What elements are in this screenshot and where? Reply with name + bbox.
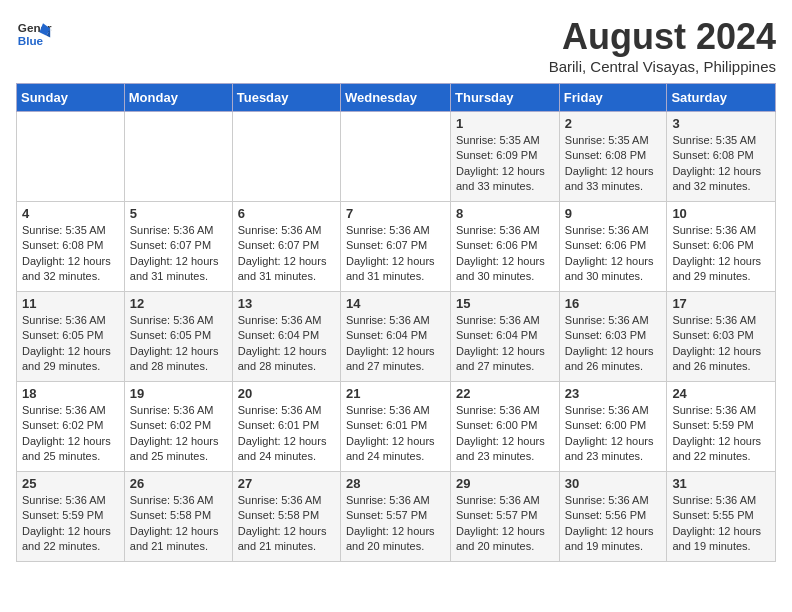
day-number: 20 bbox=[238, 386, 335, 401]
cell-data: Sunrise: 5:36 AM Sunset: 5:58 PM Dayligh… bbox=[130, 493, 227, 555]
week-row-1: 1Sunrise: 5:35 AM Sunset: 6:09 PM Daylig… bbox=[17, 112, 776, 202]
calendar-cell: 5Sunrise: 5:36 AM Sunset: 6:07 PM Daylig… bbox=[124, 202, 232, 292]
cell-data: Sunrise: 5:36 AM Sunset: 5:59 PM Dayligh… bbox=[22, 493, 119, 555]
day-number: 23 bbox=[565, 386, 662, 401]
cell-data: Sunrise: 5:36 AM Sunset: 6:05 PM Dayligh… bbox=[22, 313, 119, 375]
day-number: 5 bbox=[130, 206, 227, 221]
day-number: 2 bbox=[565, 116, 662, 131]
calendar-cell: 7Sunrise: 5:36 AM Sunset: 6:07 PM Daylig… bbox=[340, 202, 450, 292]
calendar-cell: 26Sunrise: 5:36 AM Sunset: 5:58 PM Dayli… bbox=[124, 472, 232, 562]
calendar-cell bbox=[340, 112, 450, 202]
cell-data: Sunrise: 5:36 AM Sunset: 6:03 PM Dayligh… bbox=[672, 313, 770, 375]
day-number: 3 bbox=[672, 116, 770, 131]
day-number: 10 bbox=[672, 206, 770, 221]
calendar-cell: 24Sunrise: 5:36 AM Sunset: 5:59 PM Dayli… bbox=[667, 382, 776, 472]
calendar-cell: 20Sunrise: 5:36 AM Sunset: 6:01 PM Dayli… bbox=[232, 382, 340, 472]
cell-data: Sunrise: 5:36 AM Sunset: 6:02 PM Dayligh… bbox=[130, 403, 227, 465]
calendar-cell bbox=[17, 112, 125, 202]
day-number: 25 bbox=[22, 476, 119, 491]
calendar-cell: 23Sunrise: 5:36 AM Sunset: 6:00 PM Dayli… bbox=[559, 382, 667, 472]
cell-data: Sunrise: 5:36 AM Sunset: 6:00 PM Dayligh… bbox=[456, 403, 554, 465]
calendar-cell: 13Sunrise: 5:36 AM Sunset: 6:04 PM Dayli… bbox=[232, 292, 340, 382]
cell-data: Sunrise: 5:36 AM Sunset: 5:56 PM Dayligh… bbox=[565, 493, 662, 555]
cell-data: Sunrise: 5:36 AM Sunset: 6:04 PM Dayligh… bbox=[238, 313, 335, 375]
calendar-cell: 29Sunrise: 5:36 AM Sunset: 5:57 PM Dayli… bbox=[451, 472, 560, 562]
day-number: 26 bbox=[130, 476, 227, 491]
week-row-2: 4Sunrise: 5:35 AM Sunset: 6:08 PM Daylig… bbox=[17, 202, 776, 292]
calendar-cell: 18Sunrise: 5:36 AM Sunset: 6:02 PM Dayli… bbox=[17, 382, 125, 472]
day-number: 12 bbox=[130, 296, 227, 311]
day-number: 21 bbox=[346, 386, 445, 401]
title-area: August 2024 Barili, Central Visayas, Phi… bbox=[549, 16, 776, 75]
calendar-cell: 2Sunrise: 5:35 AM Sunset: 6:08 PM Daylig… bbox=[559, 112, 667, 202]
cell-data: Sunrise: 5:36 AM Sunset: 6:07 PM Dayligh… bbox=[238, 223, 335, 285]
day-header-friday: Friday bbox=[559, 84, 667, 112]
logo: General Blue bbox=[16, 16, 52, 52]
day-number: 13 bbox=[238, 296, 335, 311]
svg-text:Blue: Blue bbox=[18, 34, 44, 47]
cell-data: Sunrise: 5:36 AM Sunset: 5:59 PM Dayligh… bbox=[672, 403, 770, 465]
calendar-cell: 27Sunrise: 5:36 AM Sunset: 5:58 PM Dayli… bbox=[232, 472, 340, 562]
day-number: 1 bbox=[456, 116, 554, 131]
calendar-cell: 16Sunrise: 5:36 AM Sunset: 6:03 PM Dayli… bbox=[559, 292, 667, 382]
cell-data: Sunrise: 5:36 AM Sunset: 5:57 PM Dayligh… bbox=[346, 493, 445, 555]
day-number: 16 bbox=[565, 296, 662, 311]
cell-data: Sunrise: 5:36 AM Sunset: 6:00 PM Dayligh… bbox=[565, 403, 662, 465]
header-row: SundayMondayTuesdayWednesdayThursdayFrid… bbox=[17, 84, 776, 112]
calendar-cell: 12Sunrise: 5:36 AM Sunset: 6:05 PM Dayli… bbox=[124, 292, 232, 382]
day-number: 17 bbox=[672, 296, 770, 311]
calendar-cell: 4Sunrise: 5:35 AM Sunset: 6:08 PM Daylig… bbox=[17, 202, 125, 292]
cell-data: Sunrise: 5:36 AM Sunset: 6:05 PM Dayligh… bbox=[130, 313, 227, 375]
calendar-cell: 17Sunrise: 5:36 AM Sunset: 6:03 PM Dayli… bbox=[667, 292, 776, 382]
day-number: 11 bbox=[22, 296, 119, 311]
calendar-cell: 6Sunrise: 5:36 AM Sunset: 6:07 PM Daylig… bbox=[232, 202, 340, 292]
calendar-cell: 21Sunrise: 5:36 AM Sunset: 6:01 PM Dayli… bbox=[340, 382, 450, 472]
day-header-wednesday: Wednesday bbox=[340, 84, 450, 112]
calendar-cell: 9Sunrise: 5:36 AM Sunset: 6:06 PM Daylig… bbox=[559, 202, 667, 292]
day-number: 19 bbox=[130, 386, 227, 401]
calendar-cell bbox=[232, 112, 340, 202]
day-number: 7 bbox=[346, 206, 445, 221]
day-number: 6 bbox=[238, 206, 335, 221]
day-number: 9 bbox=[565, 206, 662, 221]
main-title: August 2024 bbox=[549, 16, 776, 58]
day-number: 14 bbox=[346, 296, 445, 311]
cell-data: Sunrise: 5:36 AM Sunset: 5:55 PM Dayligh… bbox=[672, 493, 770, 555]
calendar-cell bbox=[124, 112, 232, 202]
cell-data: Sunrise: 5:36 AM Sunset: 5:57 PM Dayligh… bbox=[456, 493, 554, 555]
cell-data: Sunrise: 5:36 AM Sunset: 6:06 PM Dayligh… bbox=[565, 223, 662, 285]
cell-data: Sunrise: 5:36 AM Sunset: 5:58 PM Dayligh… bbox=[238, 493, 335, 555]
calendar-table: SundayMondayTuesdayWednesdayThursdayFrid… bbox=[16, 83, 776, 562]
day-header-thursday: Thursday bbox=[451, 84, 560, 112]
day-number: 22 bbox=[456, 386, 554, 401]
cell-data: Sunrise: 5:36 AM Sunset: 6:01 PM Dayligh… bbox=[238, 403, 335, 465]
subtitle: Barili, Central Visayas, Philippines bbox=[549, 58, 776, 75]
day-number: 31 bbox=[672, 476, 770, 491]
day-header-saturday: Saturday bbox=[667, 84, 776, 112]
calendar-cell: 10Sunrise: 5:36 AM Sunset: 6:06 PM Dayli… bbox=[667, 202, 776, 292]
cell-data: Sunrise: 5:36 AM Sunset: 6:07 PM Dayligh… bbox=[346, 223, 445, 285]
logo-icon: General Blue bbox=[16, 16, 52, 52]
cell-data: Sunrise: 5:36 AM Sunset: 6:04 PM Dayligh… bbox=[456, 313, 554, 375]
calendar-cell: 30Sunrise: 5:36 AM Sunset: 5:56 PM Dayli… bbox=[559, 472, 667, 562]
day-number: 8 bbox=[456, 206, 554, 221]
calendar-cell: 1Sunrise: 5:35 AM Sunset: 6:09 PM Daylig… bbox=[451, 112, 560, 202]
day-number: 28 bbox=[346, 476, 445, 491]
day-number: 15 bbox=[456, 296, 554, 311]
day-header-sunday: Sunday bbox=[17, 84, 125, 112]
day-number: 29 bbox=[456, 476, 554, 491]
day-header-monday: Monday bbox=[124, 84, 232, 112]
cell-data: Sunrise: 5:36 AM Sunset: 6:03 PM Dayligh… bbox=[565, 313, 662, 375]
day-number: 30 bbox=[565, 476, 662, 491]
day-number: 4 bbox=[22, 206, 119, 221]
cell-data: Sunrise: 5:35 AM Sunset: 6:08 PM Dayligh… bbox=[565, 133, 662, 195]
calendar-cell: 3Sunrise: 5:35 AM Sunset: 6:08 PM Daylig… bbox=[667, 112, 776, 202]
cell-data: Sunrise: 5:35 AM Sunset: 6:08 PM Dayligh… bbox=[22, 223, 119, 285]
calendar-cell: 15Sunrise: 5:36 AM Sunset: 6:04 PM Dayli… bbox=[451, 292, 560, 382]
day-number: 18 bbox=[22, 386, 119, 401]
calendar-cell: 22Sunrise: 5:36 AM Sunset: 6:00 PM Dayli… bbox=[451, 382, 560, 472]
cell-data: Sunrise: 5:36 AM Sunset: 6:07 PM Dayligh… bbox=[130, 223, 227, 285]
calendar-cell: 31Sunrise: 5:36 AM Sunset: 5:55 PM Dayli… bbox=[667, 472, 776, 562]
day-header-tuesday: Tuesday bbox=[232, 84, 340, 112]
calendar-cell: 19Sunrise: 5:36 AM Sunset: 6:02 PM Dayli… bbox=[124, 382, 232, 472]
